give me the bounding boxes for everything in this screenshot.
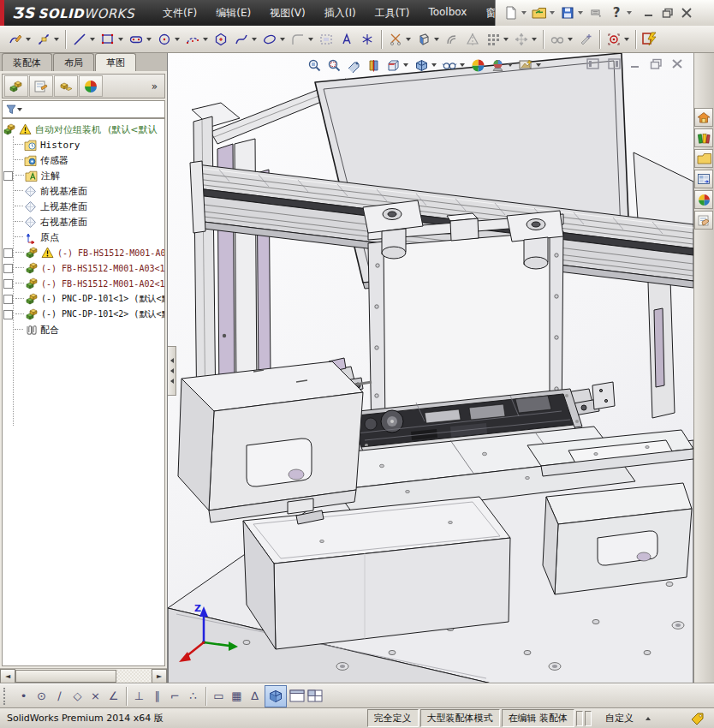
slot-tool-icon[interactable] — [126, 28, 146, 51]
new-document-icon[interactable] — [501, 3, 521, 23]
tree-item-component-a01[interactable]: (-) FB-HS1512-M001-A01< — [3, 245, 164, 260]
propertymanager-icon[interactable] — [29, 75, 53, 97]
pane-right-icon[interactable] — [608, 58, 621, 69]
status-custom-dropdown[interactable]: 自定义 — [593, 710, 663, 726]
filter-dropdown-icon[interactable] — [17, 108, 22, 111]
appearances-tab-icon[interactable] — [79, 75, 103, 97]
tree-item-front-plane[interactable]: 前视基准面 — [3, 183, 164, 199]
expand-icon[interactable] — [3, 248, 13, 258]
doc-restore-icon[interactable] — [650, 58, 663, 69]
menu-insert[interactable]: 插入(I) — [315, 3, 366, 24]
rectangle-dropdown-icon[interactable] — [118, 38, 123, 41]
offset-entities-icon[interactable] — [442, 28, 462, 51]
orientation-dropdown-icon[interactable] — [403, 63, 408, 67]
arc-tool-icon[interactable] — [182, 28, 203, 51]
tab-assembly[interactable]: 装配体 — [2, 53, 52, 71]
zoom-to-fit-icon[interactable] — [305, 56, 324, 75]
hide-show-items-icon[interactable] — [440, 56, 459, 75]
sketch-settings-icon[interactable] — [640, 28, 660, 51]
linear-pattern-icon[interactable] — [483, 28, 503, 51]
toolbar-grip-handle[interactable] — [3, 688, 9, 705]
menu-tools[interactable]: 工具(T) — [366, 3, 419, 24]
assembly-3d-model[interactable]: Z — [168, 53, 693, 683]
display-style-icon[interactable] — [412, 56, 431, 75]
quick-snaps-icon[interactable] — [604, 28, 624, 51]
scroll-right-arrow-icon[interactable]: ► — [152, 669, 167, 683]
print-icon[interactable] — [586, 3, 606, 23]
tree-horizontal-scrollbar[interactable]: ◄ ► — [0, 668, 167, 683]
custom-properties-icon[interactable] — [694, 211, 713, 230]
parallel-snap-icon[interactable]: ∥ — [148, 687, 166, 706]
line-dropdown-icon[interactable] — [90, 38, 95, 41]
fillet-dropdown-icon[interactable] — [308, 38, 313, 41]
view-palette-icon[interactable] — [694, 170, 713, 188]
fillet-tool-icon[interactable] — [288, 28, 308, 51]
tree-item-component-pnc1[interactable]: (-) PNC-DP-101<1> (默认<默 — [3, 291, 164, 307]
pane-left-icon[interactable] — [586, 58, 599, 69]
angle-snap-icon[interactable]: ∠ — [104, 687, 122, 706]
appearances-scenes-icon[interactable] — [694, 190, 713, 209]
strip-overflow-chevron[interactable]: » — [152, 81, 158, 92]
featuremanager-tree-icon[interactable] — [4, 75, 28, 97]
intersection-snap-icon[interactable]: × — [86, 687, 104, 706]
panel-splitter-handle[interactable] — [168, 346, 176, 396]
trim-entities-icon[interactable] — [385, 28, 406, 51]
display-style-dropdown-icon[interactable] — [431, 63, 437, 67]
circle-dropdown-icon[interactable] — [175, 38, 180, 41]
solidworks-resources-icon[interactable] — [694, 108, 713, 127]
view-orientation-icon[interactable] — [384, 56, 402, 75]
configurationmanager-icon[interactable] — [54, 75, 78, 97]
scene-dropdown-icon[interactable] — [508, 63, 513, 67]
move-dropdown-icon[interactable] — [532, 38, 537, 41]
expand-icon[interactable] — [3, 171, 13, 181]
restore-icon[interactable] — [662, 8, 674, 18]
tree-item-component-a02[interactable]: (-) FB-HS1512-M001-A02<1> — [3, 276, 164, 291]
tree-item-component-a03[interactable]: (-) FB-HS1512-M001-A03<1> — [3, 260, 164, 276]
hide-show-dropdown-icon[interactable] — [460, 63, 465, 67]
tree-item-top-plane[interactable]: 上视基准面 — [3, 199, 164, 214]
tree-item-component-pnc2[interactable]: (-) PNC-DP-101<2> (默认<默 — [3, 307, 164, 322]
ellipse-dropdown-icon[interactable] — [280, 38, 285, 41]
open-dropdown-icon[interactable] — [550, 11, 555, 15]
smart-dimension-icon[interactable] — [33, 28, 54, 51]
tree-root-assembly[interactable]: 自动对位组装机 (默认<默认 — [3, 122, 164, 137]
rectangle-tool-icon[interactable] — [98, 28, 118, 51]
menu-edit[interactable]: 编辑(E) — [206, 3, 260, 24]
menu-toolbox[interactable]: Toolbox — [419, 3, 476, 24]
convert-dropdown-icon[interactable] — [434, 38, 439, 41]
add-relation-icon[interactable] — [575, 28, 596, 51]
dimension-dropdown-icon[interactable] — [54, 38, 59, 41]
expand-icon[interactable] — [3, 295, 13, 304]
tree-item-origin[interactable]: 原点 — [3, 230, 164, 245]
design-library-icon[interactable] — [694, 128, 713, 147]
length-snap-icon[interactable]: ▭ — [210, 687, 228, 706]
tree-item-sensors[interactable]: 传感器 — [3, 152, 164, 168]
tab-layout[interactable]: 布局 — [53, 53, 94, 71]
save-dropdown-icon[interactable] — [578, 11, 583, 15]
view-settings-dropdown-icon[interactable] — [536, 63, 541, 67]
single-viewport-icon[interactable] — [288, 687, 306, 706]
points-snap-icon[interactable]: ∴ — [184, 687, 202, 706]
section-view-icon[interactable] — [364, 56, 383, 75]
tree-filter-bar[interactable] — [2, 100, 165, 118]
tree-item-history[interactable]: History — [3, 137, 164, 152]
display-relations-icon[interactable] — [547, 28, 568, 51]
relations-dropdown-icon[interactable] — [568, 38, 573, 41]
circle-tool-icon[interactable] — [154, 28, 175, 51]
doc-minimize-icon[interactable] — [629, 58, 641, 69]
new-dropdown-icon[interactable] — [521, 11, 527, 15]
arc-dropdown-icon[interactable] — [203, 38, 208, 41]
menu-view[interactable]: 视图(V) — [260, 3, 315, 24]
point-tool-icon[interactable] — [357, 28, 378, 51]
zoom-to-area-icon[interactable] — [324, 56, 343, 75]
expand-icon[interactable] — [3, 279, 13, 289]
file-explorer-icon[interactable] — [694, 149, 713, 168]
horizontal-vertical-snap-icon[interactable]: ⌐ — [166, 687, 184, 706]
text-tool-icon[interactable] — [336, 28, 357, 51]
expand-icon[interactable] — [3, 310, 13, 319]
help-icon[interactable]: ? — [606, 3, 627, 23]
spline-dropdown-icon[interactable] — [252, 38, 257, 41]
trim-dropdown-icon[interactable] — [406, 38, 411, 41]
four-viewport-icon[interactable] — [306, 687, 324, 706]
open-icon[interactable] — [529, 3, 550, 23]
